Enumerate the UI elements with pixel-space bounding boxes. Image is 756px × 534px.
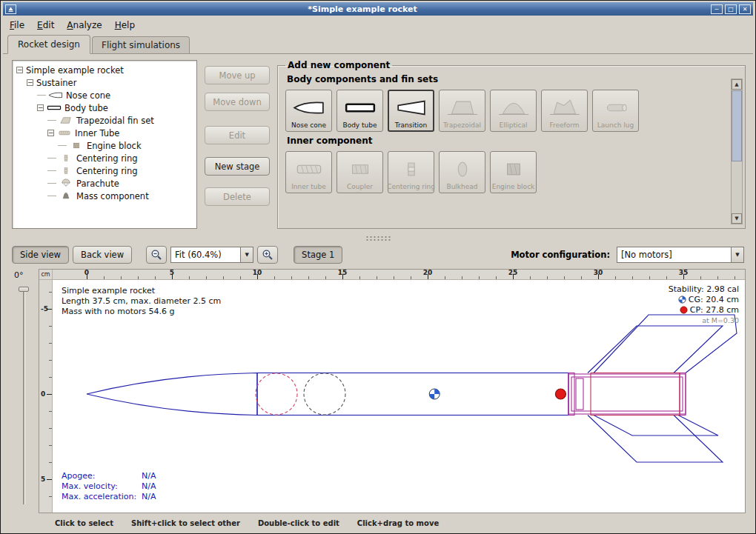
maximize-button[interactable]: □	[725, 4, 737, 14]
ruler-tick	[632, 276, 633, 279]
expander-icon[interactable]: −	[27, 79, 33, 86]
tree-item-parachute[interactable]: Parachute	[14, 177, 195, 190]
add-trapezoidal-button[interactable]: Trapezoidal	[439, 90, 485, 132]
rotation-slider-handle[interactable]	[19, 287, 29, 292]
zoom-out-button[interactable]	[146, 246, 167, 264]
scroll-down-icon[interactable]: ▼	[732, 213, 742, 224]
rocket-canvas[interactable]: cm 05101520253035 -505 Simple example ro…	[39, 269, 746, 513]
nose-cone-icon	[48, 90, 63, 100]
add-elliptical-button[interactable]: Elliptical	[490, 90, 537, 132]
move-down-button[interactable]: Move down	[205, 93, 270, 111]
tree-item-trapezoidal-fin-set[interactable]: Trapezoidal fin set	[14, 114, 195, 127]
tree-item-sustainer[interactable]: −Sustainer	[14, 76, 195, 89]
tree-item-body-tube[interactable]: −Body tube	[14, 101, 195, 114]
edit-button[interactable]: Edit	[205, 126, 270, 144]
coupler-icon	[343, 155, 377, 183]
component-button-label: Elliptical	[500, 121, 528, 129]
add-freeform-button[interactable]: Freeform	[541, 90, 588, 132]
ruler-tick	[240, 276, 241, 279]
menu-analyze[interactable]: Analyze	[67, 20, 102, 30]
tab-rocket-design[interactable]: Rocket design	[7, 35, 90, 54]
motor-configuration-select[interactable]: [No motors] ▼	[617, 247, 744, 263]
ruler-tick	[649, 276, 650, 279]
body-tube-icon	[343, 93, 377, 121]
add-body-tube-button[interactable]: Body tube	[336, 90, 383, 132]
zoom-in-button[interactable]	[257, 246, 278, 264]
rotation-slider[interactable]	[19, 287, 29, 504]
rotation-value: 0°	[12, 269, 37, 280]
zoom-select[interactable]: Fit (60.4%) ▼	[170, 247, 253, 263]
flight-stat-row: Max. velocity:N/A	[62, 481, 156, 492]
parachute-outline	[256, 373, 297, 415]
tree-item-inner-tube[interactable]: −Inner Tube	[14, 127, 195, 139]
ruler-tick	[359, 276, 360, 279]
tab-flight-simulations[interactable]: Flight simulations	[92, 36, 190, 53]
expander-icon[interactable]: −	[16, 67, 23, 73]
ruler-tick	[49, 360, 52, 361]
component-scrollbar[interactable]: ▲ ▼	[731, 79, 743, 224]
add-bulkhead-button[interactable]: Bulkhead	[439, 151, 485, 193]
ruler-tick	[138, 276, 139, 279]
side-view-button[interactable]: Side view	[12, 246, 69, 264]
ruler-tick	[496, 276, 497, 279]
action-column: Move up Move down Edit New stage Delete	[205, 60, 270, 229]
add-nose-cone-button[interactable]: Nose cone	[285, 90, 332, 132]
menu-help[interactable]: Help	[115, 20, 135, 30]
new-stage-button[interactable]: New stage	[205, 157, 270, 176]
scrollbar-thumb[interactable]	[732, 90, 742, 161]
add-transition-button[interactable]: Transition	[388, 90, 434, 132]
tree-item-centering-ring[interactable]: Centering ring	[14, 164, 195, 177]
ruler-tick	[411, 276, 411, 279]
fin-icon	[59, 116, 73, 125]
tree-item-centering-ring[interactable]: Centering ring	[14, 152, 195, 164]
add-coupler-button[interactable]: Coupler	[336, 151, 383, 193]
ruler-label: 5	[41, 475, 45, 483]
back-view-button[interactable]: Back view	[73, 246, 132, 264]
tree-connector	[47, 196, 56, 196]
status-hint: Double-click to edit	[258, 519, 339, 527]
add-launch-lug-button[interactable]: Launch lug	[592, 90, 639, 132]
rotation-slider-track	[23, 287, 24, 504]
component-button-label: Bulkhead	[446, 183, 477, 190]
close-button[interactable]: ✕	[739, 4, 751, 14]
status-hint: Click+drag to move	[357, 519, 439, 527]
tree-item-nose-cone[interactable]: Nose cone	[14, 89, 195, 101]
flight-stats: Apogee:N/AMax. velocity:N/AMax. accelera…	[62, 471, 156, 502]
flight-stat-value: N/A	[142, 481, 156, 492]
inner-tube-icon	[57, 128, 72, 138]
add-engine-block-button[interactable]: Engine block	[490, 151, 537, 193]
minimize-button[interactable]: ─	[711, 4, 723, 14]
motor-configuration-label: Motor configuration:	[511, 250, 610, 260]
scroll-up-icon[interactable]: ▲	[732, 79, 742, 90]
add-centering-ring-button[interactable]: Centering ring	[388, 151, 434, 193]
menu-edit[interactable]: Edit	[37, 20, 54, 30]
add-inner-tube-button[interactable]: Inner tube	[285, 151, 332, 193]
motor-configuration-value: [No motors]	[617, 250, 731, 260]
stage-1-toggle[interactable]: Stage 1	[294, 246, 342, 264]
expander-icon[interactable]: −	[37, 104, 44, 111]
ruler-tick	[121, 276, 122, 279]
component-button-label: Centering ring	[387, 183, 435, 190]
ruler-tick	[615, 276, 616, 279]
mass-component-outline	[304, 373, 345, 415]
move-up-button[interactable]: Move up	[205, 66, 270, 84]
flight-stat-row: Max. acceleration:N/A	[62, 492, 156, 502]
ruler-tick	[581, 276, 582, 279]
window-menu-icon[interactable]	[5, 4, 16, 14]
parachute-icon	[59, 178, 73, 188]
component-tree: −Simple example rocket−SustainerNose con…	[12, 60, 197, 229]
splitter-handle[interactable]	[3, 233, 753, 243]
expander-icon[interactable]: −	[47, 130, 54, 136]
tree-item-engine-block[interactable]: Engine block	[14, 139, 195, 152]
tree-item-simple-example-rocket[interactable]: −Simple example rocket	[14, 64, 195, 76]
ruler-tick	[49, 326, 52, 327]
ruler-tick	[49, 377, 52, 378]
tree-item-label: Simple example rocket	[26, 65, 124, 76]
menu-file[interactable]: File	[10, 20, 24, 30]
flight-stat-label: Apogee:	[62, 471, 142, 481]
tree-item-mass-component[interactable]: Mass component	[14, 190, 195, 202]
ruler-tick	[666, 276, 667, 279]
tree-item-label: Trapezoidal fin set	[76, 116, 154, 126]
mass-icon	[59, 191, 73, 201]
delete-button[interactable]: Delete	[205, 187, 270, 206]
